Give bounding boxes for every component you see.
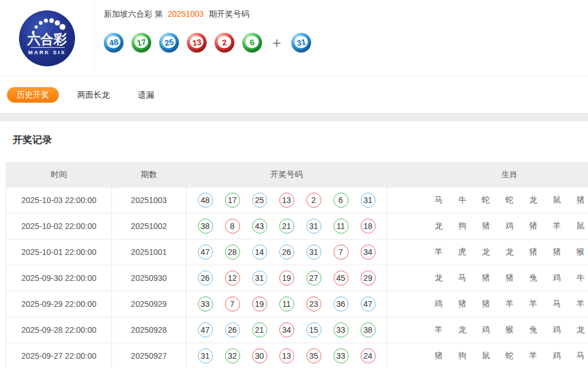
zodiac-char: 猪 xyxy=(482,299,490,309)
ball-number: 2 xyxy=(217,35,232,50)
number-circle-blue: 31 xyxy=(198,348,213,363)
zodiac-cell: 马牛蛇蛇龙鼠猪 xyxy=(387,187,588,213)
number-circle-blue: 31 xyxy=(252,271,267,286)
zodiac-char: 兔 xyxy=(529,325,537,335)
number-circle-red: 8 xyxy=(225,219,240,234)
zodiac-char: 猪 xyxy=(529,221,537,231)
zodiac-char: 猪 xyxy=(482,221,490,231)
number-circle-blue: 31 xyxy=(306,245,321,260)
draw-numbers: 31323013353324 xyxy=(186,348,387,363)
draw-period: 20251002 xyxy=(112,213,186,239)
draw-title-prefix: 新加坡六合彩 第 xyxy=(104,9,163,18)
number-circle-red: 29 xyxy=(361,271,376,286)
number-circle-blue: 14 xyxy=(252,245,267,260)
number-circle-blue: 31 xyxy=(361,193,376,208)
zodiac-char: 羊 xyxy=(435,325,443,335)
zodiac-char: 龙 xyxy=(529,195,537,205)
nav-tab-item[interactable]: 两面长龙 xyxy=(68,87,119,103)
nav-tabs: 历史开奖两面长龙遗漏 xyxy=(0,77,588,113)
draw-period-number: 20251003 xyxy=(168,9,204,18)
draw-numbers-cell: 26123119274529 xyxy=(186,265,387,291)
zodiac-char: 猪 xyxy=(458,299,466,309)
draw-numbers: 26123119274529 xyxy=(186,271,387,286)
column-header: 时间 xyxy=(6,163,112,187)
draw-period: 20250929 xyxy=(112,291,186,317)
logo-container: 六合彩 MARK SIX xyxy=(0,0,94,76)
zodiac-char: 猪 xyxy=(576,195,585,205)
zodiac-list: 羊虎龙龙猪猪猴 xyxy=(387,247,588,257)
zodiac-char: 羊 xyxy=(553,221,561,231)
ball-number: 31 xyxy=(294,35,309,50)
ball-number: 13 xyxy=(189,35,204,50)
table-row: 2025-09-30 22:00:00202509302612311927452… xyxy=(6,265,588,291)
lottery-ball-red: 2 xyxy=(215,33,234,52)
number-circle-green: 6 xyxy=(334,193,349,208)
nav-tab-active[interactable]: 历史开奖 xyxy=(7,87,59,103)
zodiac-char: 马 xyxy=(576,351,585,361)
zodiac-char: 猴 xyxy=(576,247,585,257)
number-circle-green: 43 xyxy=(252,219,267,234)
zodiac-char: 牛 xyxy=(576,273,585,283)
zodiac-char: 猴 xyxy=(505,325,514,335)
draw-period: 20250927 xyxy=(112,343,186,368)
nav-tab-item[interactable]: 遗漏 xyxy=(128,87,164,103)
number-circle-green: 38 xyxy=(198,219,213,234)
draw-records-table: 时间期数开奖号码生肖 2025-10-03 22:00:002025100348… xyxy=(6,162,588,368)
number-circle-red: 12 xyxy=(225,271,240,286)
draw-numbers-cell: 3371911233647 xyxy=(186,291,387,317)
zodiac-char: 龙 xyxy=(482,247,490,257)
table-row: 2025-09-29 22:00:00202509293371911233647… xyxy=(6,291,588,317)
section-title: 开奖记录 xyxy=(13,133,588,147)
header-balls: 4817251326+31 xyxy=(104,33,311,52)
zodiac-cell: 羊虎龙龙猪猪猴 xyxy=(387,239,588,265)
number-circle-red: 18 xyxy=(361,219,376,234)
draw-numbers-cell: 3884321311118 xyxy=(186,213,387,239)
table-header-row: 时间期数开奖号码生肖 xyxy=(6,163,588,187)
zodiac-char: 龙 xyxy=(505,247,514,257)
zodiac-char: 鸡 xyxy=(553,273,561,283)
number-circle-red: 35 xyxy=(306,348,321,363)
zodiac-char: 狗 xyxy=(458,351,466,361)
column-header: 期数 xyxy=(112,163,186,187)
zodiac-char: 羊 xyxy=(435,247,443,257)
lottery-ball-red: 13 xyxy=(187,33,207,52)
draw-time: 2025-09-28 22:00:00 xyxy=(6,317,112,343)
draw-period: 20251003 xyxy=(112,187,186,213)
zodiac-char: 狗 xyxy=(458,221,466,231)
draw-period: 20250930 xyxy=(112,265,186,291)
draw-time: 2025-09-30 22:00:00 xyxy=(6,265,112,291)
zodiac-cell: 龙马猪猪兔鸡牛 xyxy=(387,265,588,291)
number-circle-red: 24 xyxy=(361,348,376,363)
number-circle-green: 27 xyxy=(306,271,321,286)
mark-six-logo: 六合彩 MARK SIX xyxy=(18,10,76,67)
zodiac-char: 龙 xyxy=(458,325,466,335)
zodiac-char: 羊 xyxy=(505,299,514,309)
number-circle-red: 7 xyxy=(334,245,349,260)
draw-numbers: 481725132631 xyxy=(186,193,387,208)
number-circle-blue: 15 xyxy=(306,322,321,337)
draw-numbers-cell: 481725132631 xyxy=(186,187,387,213)
number-circle-red: 23 xyxy=(306,296,321,311)
draw-numbers-cell: 4728142631734 xyxy=(186,239,387,265)
number-circle-blue: 48 xyxy=(198,193,213,208)
draw-numbers: 3371911233647 xyxy=(186,296,387,311)
column-header: 开奖号码 xyxy=(186,163,387,187)
draw-time: 2025-09-27 22:00:00 xyxy=(6,343,112,368)
column-header: 生肖 xyxy=(387,163,588,187)
draw-time: 2025-10-02 22:00:00 xyxy=(6,213,112,239)
zodiac-char: 猪 xyxy=(505,273,514,283)
lottery-ball-blue: 31 xyxy=(291,33,311,52)
zodiac-char: 鼠 xyxy=(553,195,561,205)
zodiac-char: 马 xyxy=(553,299,561,309)
zodiac-char: 龙 xyxy=(576,325,585,335)
number-circle-green: 17 xyxy=(225,193,240,208)
zodiac-list: 龙狗猪鸡猪羊鼠 xyxy=(387,221,588,231)
lottery-ball-blue: 25 xyxy=(159,33,179,52)
number-circle-blue: 25 xyxy=(252,193,267,208)
number-circle-red: 13 xyxy=(279,193,294,208)
number-circle-green: 21 xyxy=(279,219,294,234)
zodiac-char: 鸡 xyxy=(435,299,443,309)
number-circle-green: 38 xyxy=(361,322,376,337)
number-circle-blue: 47 xyxy=(198,322,213,337)
number-circle-red: 19 xyxy=(279,271,294,286)
